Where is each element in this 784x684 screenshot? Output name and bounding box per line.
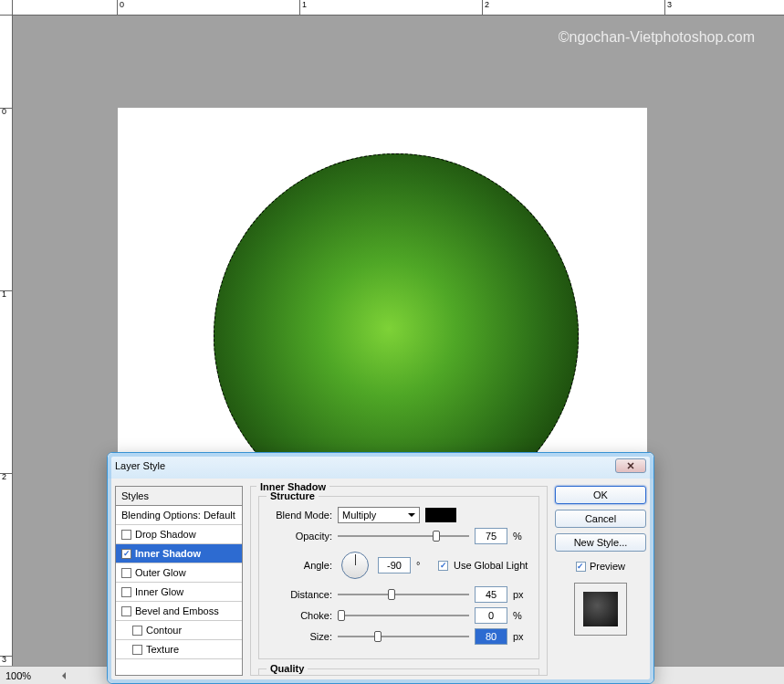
opacity-unit: % xyxy=(513,531,529,542)
use-global-light-label: Use Global Light xyxy=(454,560,528,571)
preview-box xyxy=(574,583,627,636)
styles-item-label: Outer Glow xyxy=(135,567,186,578)
dialog-titlebar[interactable]: Layer Style xyxy=(108,453,653,479)
preview-checkbox[interactable] xyxy=(576,562,586,572)
layer-style-dialog: Layer Style Styles Blending Options: Def… xyxy=(107,452,654,684)
angle-input[interactable] xyxy=(378,557,411,574)
zoom-level[interactable]: 100% xyxy=(5,670,51,681)
ruler-vertical[interactable]: 1012345 xyxy=(0,16,13,666)
dialog-title-text: Layer Style xyxy=(115,460,165,471)
opacity-row: Opacity: % xyxy=(268,528,529,544)
styles-header[interactable]: Styles xyxy=(116,487,242,506)
size-row: Size: px xyxy=(268,628,529,645)
angle-row: Angle: ° Use Global Light xyxy=(268,552,529,579)
cancel-button[interactable]: Cancel xyxy=(555,510,646,528)
distance-label: Distance: xyxy=(268,589,332,600)
styles-checkbox[interactable] xyxy=(121,568,131,578)
dialog-buttons: OK Cancel New Style... Preview xyxy=(555,486,646,676)
opacity-slider[interactable] xyxy=(338,529,469,543)
ruler-horizontal[interactable]: 1012345 xyxy=(13,0,784,16)
styles-item-label: Drop Shadow xyxy=(135,529,196,540)
watermark: ©ngochan-Vietphotoshop.com xyxy=(559,29,755,46)
structure-group: Structure Blend Mode: Multiply Opacity: … xyxy=(258,496,539,659)
preview-swatch xyxy=(583,592,618,626)
styles-item-label: Blending Options: Default xyxy=(121,510,235,521)
styles-item-inner-shadow[interactable]: Inner Shadow xyxy=(116,544,242,563)
styles-item-texture[interactable]: Texture xyxy=(116,640,242,659)
styles-item-inner-glow[interactable]: Inner Glow xyxy=(116,583,242,602)
size-slider[interactable] xyxy=(338,629,469,644)
styles-item-bevel-and-emboss[interactable]: Bevel and Emboss xyxy=(116,602,242,621)
quality-group: Quality xyxy=(258,668,539,675)
opacity-input[interactable] xyxy=(475,528,507,544)
styles-item-label: Contour xyxy=(146,625,182,636)
use-global-light-checkbox[interactable] xyxy=(438,561,448,571)
styles-item-label: Inner Shadow xyxy=(135,548,201,559)
styles-checkbox[interactable] xyxy=(121,549,131,559)
blend-mode-label: Blend Mode: xyxy=(268,510,332,521)
shadow-color-swatch[interactable] xyxy=(425,508,456,522)
angle-label: Angle: xyxy=(268,560,332,571)
styles-checkbox[interactable] xyxy=(121,587,131,597)
styles-item-label: Inner Glow xyxy=(135,586,183,597)
distance-row: Distance: px xyxy=(268,586,529,603)
choke-unit: % xyxy=(513,610,529,621)
ok-button[interactable]: OK xyxy=(555,486,646,504)
styles-item-outer-glow[interactable]: Outer Glow xyxy=(116,563,242,583)
size-label: Size: xyxy=(268,631,332,642)
ruler-corner xyxy=(0,0,13,16)
new-style-button[interactable]: New Style... xyxy=(555,533,646,552)
styles-checkbox[interactable] xyxy=(132,645,142,655)
opacity-label: Opacity: xyxy=(268,531,332,542)
styles-checkbox[interactable] xyxy=(121,606,131,616)
close-icon xyxy=(627,462,634,469)
distance-slider[interactable] xyxy=(338,587,469,602)
choke-slider[interactable] xyxy=(338,608,469,623)
angle-unit: ° xyxy=(416,560,433,571)
quality-label: Quality xyxy=(267,663,308,674)
close-button[interactable] xyxy=(615,458,646,473)
styles-item-contour[interactable]: Contour xyxy=(116,621,242,640)
styles-checkbox[interactable] xyxy=(132,626,142,636)
preview-row: Preview xyxy=(576,561,625,572)
choke-input[interactable] xyxy=(475,607,507,624)
styles-list: Styles Blending Options: DefaultDrop Sha… xyxy=(115,486,243,676)
choke-row: Choke: % xyxy=(268,607,529,624)
structure-label: Structure xyxy=(267,490,319,501)
canvas[interactable] xyxy=(118,108,647,455)
size-input[interactable] xyxy=(475,628,507,645)
preview-label: Preview xyxy=(590,561,625,572)
status-expand-icon[interactable] xyxy=(58,672,66,679)
blend-mode-select[interactable]: Multiply xyxy=(338,507,420,523)
choke-label: Choke: xyxy=(268,610,332,621)
styles-checkbox[interactable] xyxy=(121,530,131,540)
blend-mode-row: Blend Mode: Multiply xyxy=(268,507,529,523)
angle-dial[interactable] xyxy=(341,552,369,579)
styles-item-label: Bevel and Emboss xyxy=(135,605,219,616)
size-unit: px xyxy=(513,631,529,642)
distance-unit: px xyxy=(513,589,529,600)
styles-item-drop-shadow[interactable]: Drop Shadow xyxy=(116,525,242,544)
distance-input[interactable] xyxy=(475,586,507,603)
settings-panel: Inner Shadow Structure Blend Mode: Multi… xyxy=(250,486,548,676)
styles-item-blending-options-default[interactable]: Blending Options: Default xyxy=(116,506,242,525)
styles-item-label: Texture xyxy=(146,644,179,655)
